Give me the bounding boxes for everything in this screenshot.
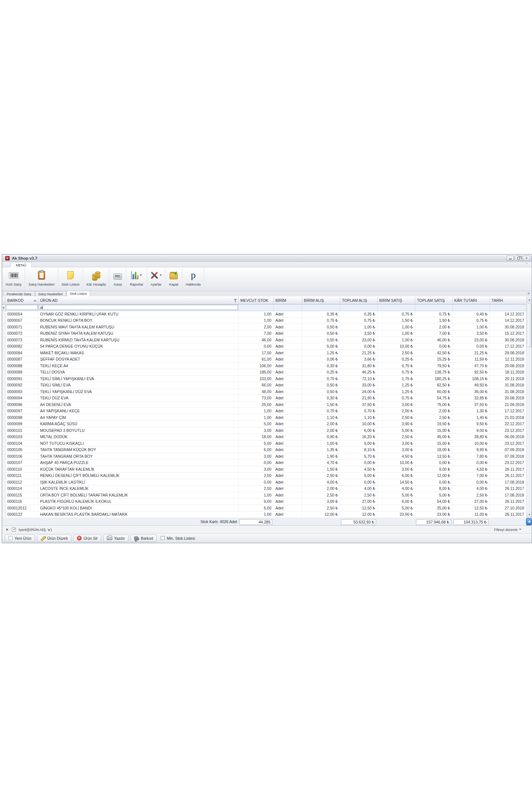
min-stock-list-toggle[interactable]: Min. Stok Listesi — [161, 536, 195, 540]
toolbar-button-raporlar[interactable]: Raporlar — [126, 267, 147, 291]
filter-cell[interactable] — [238, 304, 273, 311]
bottom-button-yazd-r[interactable]: Yazdır — [103, 535, 129, 542]
table-row[interactable]: 0000096 A4 DESENLİ EVA 25,00 Adet 1,50 ₺… — [2, 401, 526, 408]
filter-panel: ✕ İçerir([ÜRÜN AD], 'a') Filtreyi düzenl… — [2, 525, 532, 533]
toolbar-button-ayarlar[interactable]: Ayarlar — [147, 267, 166, 291]
table-row[interactable]: 0000057 BONCUK RENKLİ ORTA BOY 1,00 Adet… — [2, 317, 526, 324]
row-indicator — [2, 492, 5, 498]
view-tab-sat-haraketleri[interactable]: Satış Haraketleri — [35, 291, 66, 296]
table-row[interactable]: 0000082 54 PARÇA DENGE OYUNU KÜÇÜK 0,00 … — [2, 343, 526, 350]
cell-kar-tutari: 9,90 ₺ — [452, 447, 490, 453]
cell-urun-ad: RUBENİZ SİYAH TAHTA KALEM KATUŞU — [38, 330, 238, 337]
column-header-birim-alis[interactable]: BİRİM ALIŞ — [302, 297, 340, 304]
column-header-urun-ad[interactable]: ÜRÜN AD — [38, 297, 238, 304]
toolbar-button-k-r-hesapla[interactable]: Kâr Hesapla — [83, 267, 109, 291]
min-stock-checkbox[interactable] — [161, 536, 165, 540]
table-row[interactable]: 0000088 TEKLİ KEÇE A4 106,00 Adet 0,30 ₺… — [2, 362, 526, 369]
table-row[interactable]: 0000111 RENKLİ DESENLİ ÇİFT BÖLMELİ KALE… — [2, 473, 526, 479]
view-tab-perakende-sat-[interactable]: Perakende Satış — [3, 291, 35, 296]
table-row[interactable]: 0000104 NOT TUTUCU KISKAÇLI 5,00 Adet 1,… — [2, 440, 526, 447]
table-row[interactable]: 0000098 A4 YAPAY ÇİM 1,00 Adet 1,10 ₺ 1,… — [2, 414, 526, 421]
table-row[interactable]: 0000089 TELLİ DOSYA 185,00 Adet 0,25 ₺ 4… — [2, 369, 526, 376]
toolbar-button-stok-listesi[interactable]: Stok Listesi — [58, 267, 83, 291]
table-row[interactable]: 0000093 TEKLİ YAPIŞKANLI DÜZ EVA 48,00 A… — [2, 388, 526, 395]
filter-cell[interactable] — [340, 304, 377, 311]
cell-birim-alis: 1,50 ₺ — [302, 401, 340, 408]
table-row[interactable]: 0000094 TEKLİ DÜZ EVA 73,00 Adet 0,30 ₺ … — [2, 395, 526, 402]
column-header-barkod[interactable]: BARKOD — [5, 297, 38, 304]
column-header-birim-satis[interactable]: BİRİM SATIŞ — [377, 297, 415, 304]
table-row[interactable]: 0000084 MAKET BIÇAKLI MAKAS 17,00 Adet 1… — [2, 349, 526, 356]
toolbar-button-sat-hareketleri[interactable]: Satış Hareketleri — [25, 267, 58, 291]
table-row[interactable]: 0000101 MOUSEPAD 3 BOYUTLU 3,00 Adet 2,0… — [2, 427, 526, 434]
table-row[interactable]: 0000091 TEKLİ SİMLİ YAPIŞKANLI EVA 103,0… — [2, 375, 526, 382]
text-caret — [42, 306, 43, 309]
funnel-icon[interactable] — [234, 299, 237, 302]
urun-ad-filter-input[interactable]: a — [39, 305, 238, 310]
filter-cell-urun-ad[interactable]: a — [38, 304, 238, 311]
restore-icon[interactable] — [515, 256, 522, 261]
table-row[interactable]: 0000087 ŞEFFAF DOSYA ADET 61,00 Adet 0,0… — [2, 356, 526, 363]
table-row[interactable]: 0000106 TAHTA TANGRAM ORTA BOY 3,00 Adet… — [2, 453, 526, 460]
table-row[interactable]: 0000103 METAL DÜDÜK 18,00 Adet 0,90 ₺ 16… — [2, 434, 526, 440]
toolbar-button-kasa[interactable]: Kasa — [109, 267, 126, 291]
column-header-toplam-alis[interactable]: TOPLAM ALIŞ — [340, 297, 377, 304]
barkod-filter-input[interactable] — [6, 305, 38, 310]
column-header-toplam-satis[interactable]: TOPLAM SATIŞ — [415, 297, 452, 304]
scroll-down-icon[interactable] — [527, 512, 532, 517]
title-bar[interactable]: Ak Shop v3.7 ✕ — [2, 255, 532, 262]
filter-cell[interactable] — [490, 304, 526, 311]
filter-cell[interactable] — [273, 304, 302, 311]
toolbar-button-kapat[interactable]: Kapat — [166, 267, 183, 291]
cell-birim-satis: 1,00 ₺ — [377, 330, 415, 337]
table-row[interactable]: 0000115 ORTA BOY ÇİFT BÖLMELİ TARAFTAR K… — [2, 492, 526, 498]
table-row[interactable]: 0000054 OYNAR GÖZ RENKLİ KİRPİKLİ UFAK K… — [2, 311, 526, 317]
minimize-icon[interactable] — [507, 256, 514, 261]
table-row[interactable]: 0000099 KARMA AĞAÇ SÜSÜ 5,00 Adet 2,00 ₺… — [2, 421, 526, 427]
column-header-kar-tutari[interactable]: KÂR TUTARI — [452, 297, 490, 304]
filter-cell[interactable] — [415, 304, 452, 311]
edit-filter-link[interactable]: Filtreyi düzenle — [494, 528, 521, 532]
filter-enabled-checkbox[interactable] — [12, 528, 16, 532]
filter-cell[interactable] — [452, 304, 490, 311]
table-row[interactable]: 0000114 LACOSTE İNCE KALEMLİK 2,00 Adet … — [2, 485, 526, 492]
main-toolbar: Hızlı Satış Satış Hareketleri Stok Liste… — [2, 267, 532, 291]
filter-close-icon[interactable]: ✕ — [6, 528, 8, 532]
tab-close-icon[interactable]: ✕ — [527, 292, 530, 296]
table-row[interactable]: 0000110 KÜÇÜK TARAFTAR KALEMLİK 3,00 Ade… — [2, 466, 526, 473]
bottom-button--r-n-d-zelt[interactable]: Ürün Düzelt — [37, 535, 71, 542]
vertical-scrollbar[interactable] — [526, 297, 532, 518]
grid-corner-button[interactable] — [526, 518, 532, 525]
table-row[interactable]: 0000116 PLASTİK FİGÜRLÜ KALEMLİK İLKOKUL… — [2, 498, 526, 505]
bottom-button-barkod[interactable]: Barkod — [130, 535, 157, 542]
table-row[interactable]: 0000122 HAKAN BESİKTAS PLASTİK BARDAKLI … — [2, 511, 526, 518]
table-row[interactable]: 0000112 IŞIK KALEMLİK LASTİKLİ 0,00 Adet… — [2, 479, 526, 485]
bottom-button-yeni-r-n[interactable]: Yeni Ürün — [5, 535, 35, 542]
scrollbar-thumb[interactable] — [527, 303, 532, 347]
column-header-birim[interactable]: BİRİM — [273, 297, 302, 304]
tools-icon — [150, 271, 158, 279]
scroll-up-icon[interactable] — [527, 297, 532, 302]
table-row[interactable]: 0000107 AHŞAP 40 PARÇA PUZZLE 0,00 Adet … — [2, 460, 526, 466]
filter-cell[interactable] — [377, 304, 415, 311]
cell-kar-tutari: 0,75 ₺ — [452, 317, 490, 324]
table-row[interactable]: 0000071 RUBENİS MAVİ TAHTA KALEM KARTUŞU… — [2, 324, 526, 330]
table-row[interactable]: 0000105 TAHTA TANGRAM KÜÇÜK BOY 6,00 Ade… — [2, 447, 526, 453]
menu-tab[interactable]: MENÜ — [10, 262, 32, 267]
filter-cell-barkod[interactable] — [5, 304, 38, 311]
bottom-button--r-n-sil[interactable]: Ürün Sil — [73, 535, 101, 542]
toolbar-button-h-zl-sat-[interactable]: Hızlı Satış — [2, 267, 25, 291]
toolbar-button-label: Stok Listesi — [62, 282, 80, 286]
table-row[interactable]: 0000072 RUBENİZ SİYAH TAHTA KALEM KATUŞU… — [2, 330, 526, 337]
table-row[interactable]: 0000097 A4 YAPIŞKANLI KEÇE 1,00 Adet 0,7… — [2, 408, 526, 415]
table-row[interactable]: 0000092 TEKLİ SİMLİ EVA 66,00 Adet 0,50 … — [2, 382, 526, 389]
toolbar-button-hakk-nda[interactable]: Hakkında — [183, 267, 204, 291]
view-tab-stok-listesi[interactable]: Stok Listesi — [66, 291, 90, 296]
chevron-up-icon[interactable]: ⌃ — [524, 263, 529, 267]
table-row[interactable]: 000012012 GİNGKO 45*100 KOLİ BANDI 5,00 … — [2, 505, 526, 511]
filter-cell[interactable] — [302, 304, 340, 311]
close-icon[interactable]: ✕ — [523, 256, 530, 261]
column-header-tarih[interactable]: TARİH — [490, 297, 526, 304]
table-row[interactable]: 0000073 RUBENİS KIRMIZI TAHTA KALEM KART… — [2, 337, 526, 343]
column-header-mevcut-stok[interactable]: MEVCUT STOK — [238, 297, 273, 304]
